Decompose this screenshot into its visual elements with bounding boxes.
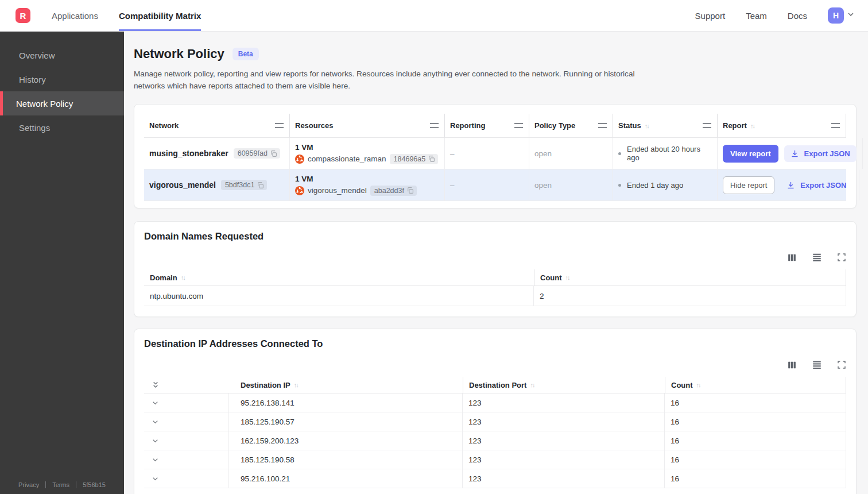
column-header-network: Network xyxy=(144,114,290,137)
expand-row-icon[interactable] xyxy=(151,474,160,483)
status-cell: Ended about 20 hours ago xyxy=(613,138,718,169)
expander-cell xyxy=(144,393,229,412)
expand-row-icon[interactable] xyxy=(151,456,160,464)
page-description: Manage network policy, reporting and vie… xyxy=(134,68,644,92)
sort-icon[interactable]: ↑↓ xyxy=(750,122,754,129)
avatar[interactable]: H xyxy=(828,7,844,24)
terms-link[interactable]: Terms xyxy=(52,481,69,488)
resource-id-pill[interactable]: 184696a5 xyxy=(390,154,439,164)
hide-report-button[interactable]: Hide report xyxy=(723,176,774,194)
column-header-status: Status ↑↓ xyxy=(613,114,718,137)
network-name: vigorous_mendel xyxy=(149,180,216,190)
copy-icon[interactable] xyxy=(428,155,435,163)
r-logo[interactable]: R xyxy=(16,8,30,23)
sidebar-footer: Privacy Terms 5f56b15 xyxy=(0,481,124,488)
density-icon[interactable] xyxy=(812,360,822,370)
page-title: Network Policy xyxy=(134,47,224,61)
column-menu-icon[interactable] xyxy=(703,123,711,128)
count-cell: 16 xyxy=(665,450,846,469)
policy-type-cell: open xyxy=(529,169,613,200)
column-header-policy-type: Policy Type xyxy=(529,114,613,137)
export-json-button[interactable]: Export JSON xyxy=(784,145,857,162)
primary-tabs: Applications Compatibility Matrix xyxy=(52,0,201,31)
column-menu-icon[interactable] xyxy=(514,123,523,128)
resources-cell: 1 VM compassionate_raman 184696a5 xyxy=(290,138,445,169)
column-header-count: Count ↑↓ xyxy=(665,377,846,393)
expand-all-icon[interactable] xyxy=(151,380,160,389)
tab-applications[interactable]: Applications xyxy=(52,0,98,31)
columns-icon[interactable] xyxy=(787,360,797,370)
destination-ip-cell: 185.125.190.57 xyxy=(229,412,463,431)
expander-cell xyxy=(144,450,229,469)
count-cell: 2 xyxy=(534,286,846,306)
chevron-down-icon xyxy=(846,10,855,21)
report-actions-cell: Hide report Export JSON xyxy=(718,169,859,200)
resources-cell: 1 VM vigorous_mendel aba2dd3f xyxy=(290,169,445,200)
expand-row-icon[interactable] xyxy=(151,418,160,426)
destinations-table-header: Destination IP ↑↓ Destination Port ↑↓ Co… xyxy=(144,377,846,393)
table-row: 95.216.138.141 123 16 xyxy=(144,393,846,412)
status-text: Ended 1 day ago xyxy=(627,181,683,190)
network-cell: musing_stonebraker 60959fad xyxy=(144,138,290,169)
domains-table-header: Domain ↑↓ Count ↑↓ xyxy=(144,269,846,286)
destination-port-cell: 123 xyxy=(463,469,665,488)
expand-row-icon[interactable] xyxy=(151,437,160,445)
expander-cell xyxy=(144,469,229,488)
sort-icon[interactable]: ↑↓ xyxy=(565,274,569,281)
sidebar-item-settings[interactable]: Settings xyxy=(0,115,124,140)
column-menu-icon[interactable] xyxy=(430,123,439,128)
sidebar-item-history[interactable]: History xyxy=(0,67,124,91)
destination-ip-cell: 162.159.200.123 xyxy=(229,431,463,450)
user-menu[interactable]: H xyxy=(828,7,855,24)
network-cell: vigorous_mendel 5bdf3dc1 xyxy=(144,169,290,200)
nav-link-support[interactable]: Support xyxy=(695,11,726,21)
network-id-pill[interactable]: 60959fad xyxy=(234,148,280,159)
column-header-domain: Domain ↑↓ xyxy=(144,269,534,285)
status-text: Ended about 20 hours ago xyxy=(627,145,711,162)
fullscreen-icon[interactable] xyxy=(837,253,846,262)
copy-icon[interactable] xyxy=(257,182,264,189)
sidebar-item-network-policy[interactable]: Network Policy xyxy=(0,91,124,115)
column-header-count: Count ↑↓ xyxy=(534,269,846,285)
domains-card-title: Domain Names Requested xyxy=(144,231,846,242)
columns-icon[interactable] xyxy=(787,253,797,263)
destinations-card: Destination IP Addresses Connected To De… xyxy=(134,329,857,494)
sort-icon[interactable]: ↑↓ xyxy=(530,381,534,388)
column-menu-icon[interactable] xyxy=(598,123,607,128)
count-cell: 16 xyxy=(665,393,846,412)
network-id-pill[interactable]: 5bdf3dc1 xyxy=(221,180,267,190)
domains-card: Domain Names Requested Domain ↑↓ Count ↑… xyxy=(134,221,857,317)
nav-link-team[interactable]: Team xyxy=(746,11,767,21)
privacy-link[interactable]: Privacy xyxy=(18,481,39,488)
top-navbar: R Applications Compatibility Matrix Supp… xyxy=(0,0,868,32)
column-header-reporting: Reporting xyxy=(445,114,529,137)
footer-divider xyxy=(76,481,76,488)
view-report-button[interactable]: View report xyxy=(723,145,778,163)
ubuntu-icon xyxy=(295,186,304,195)
nav-link-docs[interactable]: Docs xyxy=(788,11,807,21)
sort-icon[interactable]: ↑↓ xyxy=(294,381,298,388)
status-cell: Ended 1 day ago xyxy=(613,169,718,200)
copy-icon[interactable] xyxy=(406,187,414,194)
sidebar-nav: Overview History Network Policy Settings xyxy=(0,32,124,140)
tab-compatibility-matrix[interactable]: Compatibility Matrix xyxy=(119,0,201,31)
page-header: Network Policy Beta xyxy=(134,47,857,61)
column-header-destination-ip: Destination IP ↑↓ xyxy=(229,377,463,393)
download-icon xyxy=(786,181,795,190)
table-row: musing_stonebraker 60959fad 1 VM compass… xyxy=(144,138,846,169)
export-json-button[interactable]: Export JSON xyxy=(780,177,852,194)
count-cell: 16 xyxy=(665,431,846,450)
copy-icon[interactable] xyxy=(270,150,277,157)
sort-icon[interactable]: ↑↓ xyxy=(696,381,700,388)
reporting-cell: – xyxy=(445,169,529,200)
fullscreen-icon[interactable] xyxy=(837,360,846,369)
sidebar-item-overview[interactable]: Overview xyxy=(0,43,124,67)
resource-id-pill[interactable]: aba2dd3f xyxy=(370,186,417,196)
column-menu-icon[interactable] xyxy=(275,123,284,128)
table-toolbar xyxy=(144,252,846,263)
expand-row-icon[interactable] xyxy=(151,399,160,407)
sort-icon[interactable]: ↑↓ xyxy=(181,274,185,281)
density-icon[interactable] xyxy=(812,252,822,263)
column-menu-icon[interactable] xyxy=(831,123,840,128)
sort-icon[interactable]: ↑↓ xyxy=(645,122,649,129)
